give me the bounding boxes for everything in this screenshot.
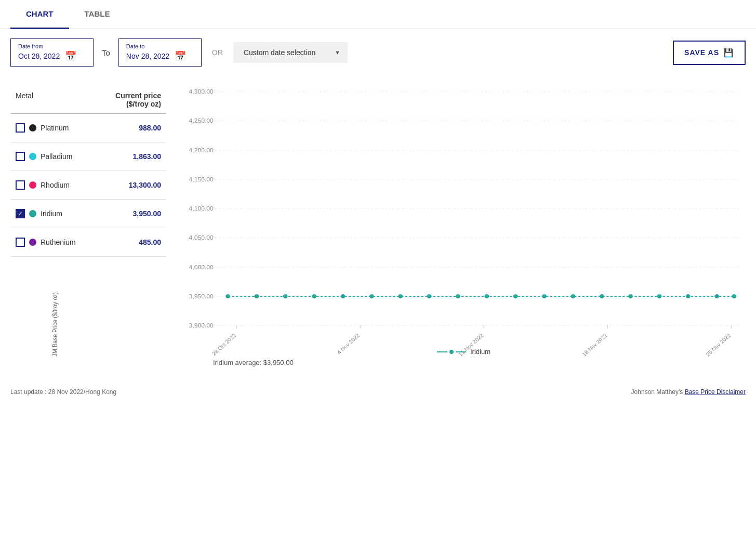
date-from-label: Date from (18, 43, 86, 49)
svg-point-36 (714, 294, 719, 298)
footer: Last update : 28 Nov 2022/Hong Kong John… (0, 382, 756, 402)
svg-point-30 (542, 294, 547, 298)
chart-average: Iridium average: $3,950.00 (182, 359, 746, 366)
metal-checkbox-platinum[interactable] (16, 123, 25, 133)
svg-text:4,250.00: 4,250.00 (189, 117, 214, 124)
tab-chart[interactable]: CHART (10, 0, 69, 29)
metal-name-palladium: Palladium (41, 152, 129, 161)
date-to-label: Date to (126, 43, 194, 49)
save-as-label: SAVE AS (684, 48, 719, 57)
calendar-to-icon[interactable]: 📅 (175, 50, 186, 62)
legend-label: Iridium (470, 348, 490, 356)
sidebar-header: Metal Current price($/troy oz) (10, 81, 166, 114)
svg-point-32 (600, 294, 604, 298)
svg-point-33 (628, 294, 633, 298)
save-as-button[interactable]: SAVE AS 💾 (673, 41, 746, 65)
tab-table[interactable]: TABLE (69, 0, 126, 29)
sidebar-header-metal: Metal (16, 91, 33, 108)
metal-checkbox-ruthenium[interactable] (16, 238, 25, 247)
controls-bar: Date from Oct 28, 2022 📅 To Date to Nov … (0, 29, 756, 76)
or-label: OR (208, 48, 227, 57)
metal-row-ruthenium: Ruthenium485.00 (10, 228, 166, 257)
metal-dot-platinum (29, 124, 36, 132)
metal-dot-iridium (29, 210, 36, 217)
disclaimer-link[interactable]: Base Price Disclaimer (685, 388, 746, 396)
svg-text:4,100.00: 4,100.00 (189, 205, 214, 212)
metal-name-ruthenium: Ruthenium (41, 238, 135, 246)
chart-svg: JM Base Price ($/troy oz) 4,300.00 4,250… (182, 81, 746, 341)
metal-row-platinum: Platinum988.00 (10, 114, 166, 142)
metal-price-platinum: 988.00 (139, 124, 161, 132)
metal-price-ruthenium: 485.00 (139, 238, 161, 246)
metal-price-palladium: 1,863.00 (133, 152, 162, 161)
svg-point-28 (484, 294, 489, 298)
metal-name-platinum: Platinum (41, 124, 135, 132)
save-icon: 💾 (723, 48, 734, 58)
svg-text:3,900.00: 3,900.00 (189, 322, 214, 329)
sidebar: Metal Current price($/troy oz) Platinum9… (10, 81, 177, 366)
metal-dot-palladium (29, 153, 36, 160)
svg-text:4,300.00: 4,300.00 (189, 88, 214, 95)
svg-point-19 (226, 294, 230, 298)
metal-name-rhodium: Rhodium (41, 181, 125, 189)
svg-point-21 (283, 294, 288, 298)
svg-point-20 (255, 294, 259, 298)
to-label: To (100, 48, 112, 57)
svg-point-22 (312, 294, 316, 298)
sidebar-header-price: Current price($/troy oz) (115, 91, 161, 108)
legend-line (437, 351, 447, 352)
svg-text:4,000.00: 4,000.00 (189, 264, 214, 270)
metal-dot-rhodium (29, 181, 36, 189)
metal-dot-ruthenium (29, 239, 36, 246)
metal-name-iridium: Iridium (41, 209, 129, 218)
metal-price-rhodium: 13,300.00 (129, 181, 161, 189)
svg-text:4,150.00: 4,150.00 (189, 176, 214, 182)
tab-bar: CHART TABLE (0, 0, 756, 29)
metals-list: Platinum988.00Palladium1,863.00Rhodium13… (10, 114, 166, 257)
date-to-value: Nov 28, 2022 (126, 52, 169, 60)
svg-text:4,200.00: 4,200.00 (189, 147, 214, 153)
date-to-box[interactable]: Date to Nov 28, 2022 📅 (118, 38, 202, 67)
legend-line-2 (456, 351, 466, 352)
svg-point-23 (341, 294, 346, 298)
last-update: Last update : 28 Nov 2022/Hong Kong (10, 388, 116, 396)
svg-point-31 (571, 294, 575, 298)
metal-checkbox-palladium[interactable] (16, 152, 25, 161)
svg-point-34 (657, 294, 662, 298)
svg-point-25 (398, 294, 403, 298)
svg-text:JM Base Price ($/troy oz): JM Base Price ($/troy oz) (51, 292, 58, 356)
svg-point-29 (513, 294, 518, 298)
svg-text:4,050.00: 4,050.00 (189, 234, 214, 241)
date-from-value: Oct 28, 2022 (18, 52, 60, 60)
disclaimer-prefix: Johnson Matthey's (631, 388, 685, 396)
metal-row-rhodium: Rhodium13,300.00 (10, 171, 166, 200)
calendar-from-icon[interactable]: 📅 (65, 50, 76, 62)
legend-dot (449, 350, 454, 354)
date-from-box[interactable]: Date from Oct 28, 2022 📅 (10, 38, 94, 67)
svg-point-26 (427, 294, 432, 298)
main-content: Metal Current price($/troy oz) Platinum9… (0, 76, 756, 377)
svg-text:3,950.00: 3,950.00 (189, 293, 214, 299)
disclaimer-text: Johnson Matthey's Base Price Disclaimer (631, 388, 746, 396)
custom-date-wrapper: Custom date selection Custom date select… (233, 42, 348, 63)
chart-area: JM Base Price ($/troy oz) 4,300.00 4,250… (177, 81, 746, 366)
svg-point-35 (686, 294, 691, 298)
metal-row-iridium: Iridium3,950.00 (10, 200, 166, 228)
svg-point-24 (369, 294, 374, 298)
metal-checkbox-iridium[interactable] (16, 209, 25, 218)
svg-point-27 (456, 294, 460, 298)
metal-checkbox-rhodium[interactable] (16, 180, 25, 190)
svg-point-37 (732, 294, 736, 298)
metal-row-palladium: Palladium1,863.00 (10, 142, 166, 171)
metal-price-iridium: 3,950.00 (133, 209, 162, 218)
custom-date-select[interactable]: Custom date selection (233, 42, 348, 63)
